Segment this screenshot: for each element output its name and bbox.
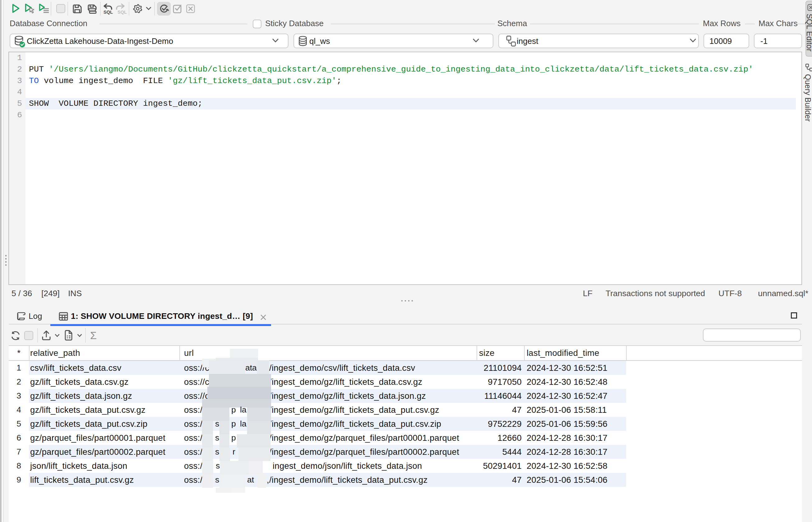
svg-text:SQL: SQL xyxy=(118,9,127,15)
svg-text:SQL: SQL xyxy=(104,9,113,15)
